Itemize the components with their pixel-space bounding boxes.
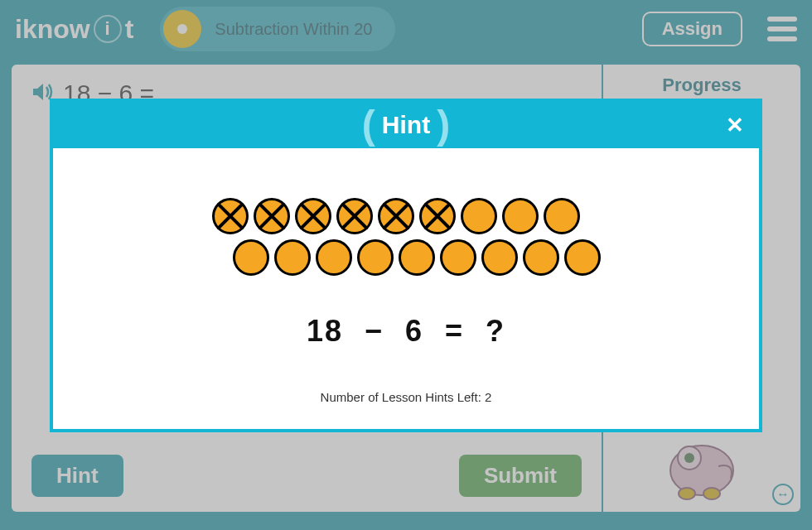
crossed-circle-icon <box>254 198 290 234</box>
circle-icon <box>440 239 476 276</box>
circle-icon <box>544 198 580 234</box>
circle-icon <box>461 198 497 234</box>
crossed-circle-icon <box>295 198 331 234</box>
modal-header: ( Hint ) ✕ <box>53 102 759 148</box>
modal-title: Hint <box>382 111 430 139</box>
hint-circles <box>212 198 601 281</box>
modal-body: 18 − 6 = ? Number of Lesson Hints Left: … <box>53 148 759 429</box>
paren-right-icon: ) <box>430 105 457 145</box>
circle-icon <box>523 239 559 276</box>
hints-remaining-text: Number of Lesson Hints Left: 2 <box>86 390 726 404</box>
circle-icon <box>481 239 518 276</box>
circle-icon <box>274 239 311 276</box>
circle-icon <box>502 198 539 234</box>
hint-equation: 18 − 6 = ? <box>86 314 726 349</box>
modal-overlay[interactable]: ( Hint ) ✕ 18 − 6 = ? Number of Lesson H… <box>0 0 812 530</box>
close-icon[interactable]: ✕ <box>726 112 744 137</box>
hint-modal: ( Hint ) ✕ 18 − 6 = ? Number of Lesson H… <box>50 99 762 432</box>
crossed-circle-icon <box>419 198 456 234</box>
circle-icon <box>564 239 601 276</box>
circle-row-2 <box>212 239 601 276</box>
circle-icon <box>316 239 352 276</box>
circle-icon <box>399 239 435 276</box>
circle-row-1 <box>212 198 601 234</box>
circle-icon <box>357 239 394 276</box>
paren-left-icon: ( <box>355 105 382 145</box>
crossed-circle-icon <box>378 198 414 234</box>
crossed-circle-icon <box>212 198 249 234</box>
crossed-circle-icon <box>336 198 373 234</box>
circle-icon <box>233 239 269 276</box>
